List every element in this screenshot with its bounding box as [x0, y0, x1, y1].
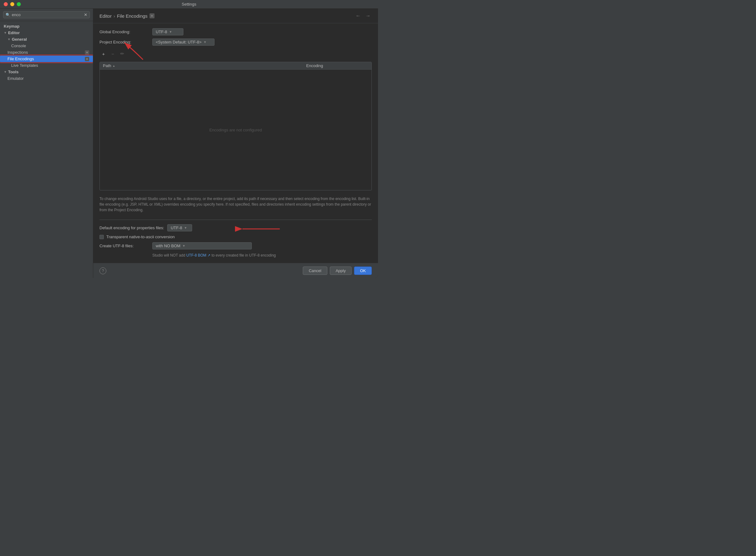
maximize-button[interactable]	[17, 2, 21, 6]
keymap-label: Keymap	[4, 24, 20, 29]
global-encoding-select[interactable]: UTF-8 ▼	[152, 28, 184, 35]
nav-arrows: ← →	[354, 12, 372, 19]
nav-forward-button[interactable]: →	[364, 12, 372, 19]
breadcrumb-parent: Editor	[99, 13, 111, 19]
bottom-bar: ? Cancel Apply OK	[93, 263, 378, 278]
live-templates-label: Live Templates	[11, 63, 38, 68]
content-header: Editor › File Encodings ≡ ← →	[93, 9, 378, 23]
sidebar-item-keymap[interactable]: Keymap	[0, 23, 93, 30]
editor-label: Editor	[8, 30, 20, 35]
project-encoding-select[interactable]: <System Default: UTF-8> ▼	[152, 38, 215, 46]
inspections-icon: ≡	[85, 50, 89, 55]
global-encoding-label: Global Encoding:	[99, 30, 149, 34]
console-label: Console	[11, 43, 26, 48]
transparent-native-label: Transparent native-to-ascii conversion	[106, 235, 175, 239]
general-label: General	[12, 37, 27, 42]
sidebar-item-tools[interactable]: ▼ Tools	[0, 69, 93, 75]
project-encoding-value: <System Default: UTF-8>	[156, 40, 201, 44]
project-encoding-row: Project Encoding: <System Default: UTF-8…	[99, 38, 372, 46]
transparent-native-checkbox[interactable]	[99, 235, 104, 239]
sidebar-item-editor[interactable]: ▼ Editor	[0, 30, 93, 36]
minimize-button[interactable]	[10, 2, 14, 6]
sidebar-item-live-templates[interactable]: Live Templates	[0, 62, 93, 69]
add-path-button[interactable]: +	[99, 50, 107, 58]
search-wrapper[interactable]: 🔍 ✕	[3, 11, 90, 18]
search-input[interactable]	[12, 12, 83, 17]
table-body: Encodings are not configured	[100, 70, 371, 190]
bom-link[interactable]: UTF-8 BOM ↗	[186, 253, 210, 257]
file-encodings-icon: ≡	[85, 57, 89, 61]
sidebar-item-file-encodings[interactable]: File Encodings ≡	[0, 56, 93, 62]
path-header-label: Path	[103, 63, 111, 68]
ok-button[interactable]: OK	[354, 267, 372, 275]
create-utf8-select[interactable]: with NO BOM ▼	[152, 242, 252, 249]
tools-chevron-icon: ▼	[4, 70, 7, 74]
sidebar-item-general[interactable]: ▼ General	[0, 36, 93, 42]
sidebar-item-console[interactable]: Console	[0, 42, 93, 49]
divider	[99, 219, 372, 220]
toolbar: + − ✏	[99, 49, 372, 59]
general-chevron-icon: ▼	[7, 38, 10, 41]
table-header: Path ▲ Encoding	[100, 62, 371, 70]
default-encoding-container: Default encoding for properties files: U…	[99, 224, 372, 232]
project-encoding-arrow-icon: ▼	[203, 40, 206, 44]
content-area: Editor › File Encodings ≡ ← → Global Enc…	[93, 9, 378, 278]
global-encoding-arrow-icon: ▼	[169, 30, 172, 34]
sidebar-item-emulator[interactable]: Emulator	[0, 75, 93, 82]
settings-body: Global Encoding: UTF-8 ▼ Project Encodin…	[93, 23, 378, 263]
project-encoding-label: Project Encoding:	[99, 40, 149, 44]
default-encoding-select[interactable]: UTF-8 ▼	[167, 224, 192, 232]
toolbar-container: + − ✏	[99, 49, 372, 59]
path-column-header[interactable]: Path ▲	[103, 63, 306, 68]
inspections-label: Inspections	[7, 50, 28, 55]
encoding-table: Path ▲ Encoding Encodings are not config…	[99, 62, 372, 190]
remove-path-button[interactable]: −	[109, 50, 117, 58]
file-encodings-label: File Encodings	[7, 57, 34, 61]
search-clear-button[interactable]: ✕	[84, 12, 87, 17]
bom-note-prefix: Studio will NOT add	[152, 253, 186, 257]
edit-path-button[interactable]: ✏	[118, 50, 126, 58]
encoding-column-header: Encoding	[306, 63, 368, 68]
editor-chevron-icon: ▼	[4, 31, 7, 34]
window-controls[interactable]	[4, 2, 21, 6]
create-utf8-label: Create UTF-8 files:	[99, 244, 149, 248]
apply-button[interactable]: Apply	[330, 267, 352, 275]
breadcrumb-current: File Encodings	[117, 13, 147, 19]
bom-note-suffix: to every created file in UTF-8 encoding	[210, 253, 276, 257]
create-utf8-dropdown-icon: ▼	[182, 244, 185, 248]
encoding-header-label: Encoding	[306, 63, 323, 68]
search-bar: 🔍 ✕	[0, 9, 93, 21]
cancel-button[interactable]: Cancel	[303, 267, 327, 275]
tools-label: Tools	[8, 70, 19, 74]
default-encoding-label: Default encoding for properties files:	[99, 225, 164, 230]
search-icon: 🔍	[6, 13, 10, 17]
default-encoding-dropdown-icon: ▼	[184, 226, 187, 230]
sidebar-item-inspections[interactable]: Inspections ≡	[0, 49, 93, 56]
close-button[interactable]	[4, 2, 8, 6]
main-layout: 🔍 ✕ Keymap ▼ Editor ▼ General Conso	[0, 9, 378, 278]
description-text: To change encoding Android Studio uses f…	[99, 194, 372, 215]
bom-note: Studio will NOT add UTF-8 BOM ↗ to every…	[99, 252, 372, 258]
path-sort-icon: ▲	[112, 64, 115, 67]
sidebar-tree: Keymap ▼ Editor ▼ General Console Inspec…	[0, 21, 93, 278]
breadcrumb: Editor › File Encodings ≡	[99, 13, 155, 19]
window-title: Settings	[182, 2, 196, 6]
settings-file-icon: ≡	[150, 13, 155, 18]
help-button[interactable]: ?	[99, 268, 106, 274]
create-utf8-row: Create UTF-8 files: with NO BOM ▼	[99, 242, 372, 249]
default-encoding-value: UTF-8	[171, 225, 182, 230]
breadcrumb-separator: ›	[113, 13, 115, 19]
global-encoding-row: Global Encoding: UTF-8 ▼	[99, 28, 372, 35]
titlebar: Settings	[0, 0, 378, 9]
create-utf8-value: with NO BOM	[156, 244, 180, 248]
transparent-native-row: Transparent native-to-ascii conversion	[99, 235, 372, 239]
global-encoding-value: UTF-8	[156, 30, 167, 34]
sidebar: 🔍 ✕ Keymap ▼ Editor ▼ General Conso	[0, 9, 93, 278]
default-encoding-row: Default encoding for properties files: U…	[99, 224, 372, 232]
empty-table-message: Encodings are not configured	[209, 128, 262, 132]
emulator-label: Emulator	[7, 76, 24, 81]
nav-back-button[interactable]: ←	[354, 12, 362, 19]
bottom-actions: Cancel Apply OK	[303, 267, 372, 275]
